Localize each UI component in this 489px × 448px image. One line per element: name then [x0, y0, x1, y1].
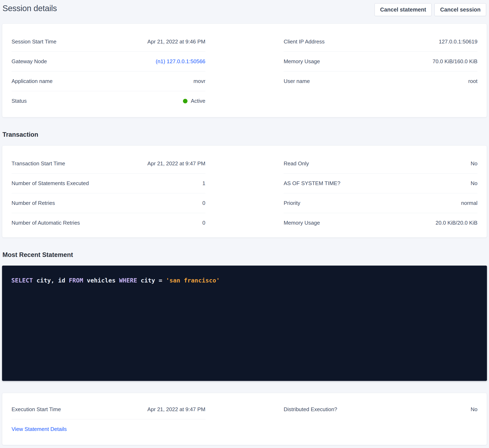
- statement-section-heading: Most Recent Statement: [2, 251, 489, 259]
- session-summary-card: Session Start Time Apr 21, 2022 at 9:46 …: [2, 24, 487, 117]
- status-value: Active: [183, 98, 205, 104]
- statements-executed-value: 1: [202, 180, 205, 187]
- session-summary-left-column: Session Start Time Apr 21, 2022 at 9:46 …: [12, 32, 205, 111]
- as-of-system-time-label: AS OF SYSTEM TIME?: [284, 180, 340, 187]
- transaction-memory-usage-label: Memory Usage: [284, 220, 320, 226]
- sql-statement-box: SELECT city, id FROM vehicles WHERE city…: [2, 265, 487, 381]
- transaction-start-time-row: Transaction Start Time Apr 21, 2022 at 9…: [12, 154, 205, 174]
- transaction-memory-usage-row: Memory Usage 20.0 KiB/20.0 KiB: [284, 213, 477, 233]
- session-memory-usage-value: 70.0 KiB/160.0 KiB: [433, 58, 477, 65]
- page-header: Session details Cancel statement Cancel …: [0, 0, 489, 18]
- automatic-retries-value: 0: [202, 220, 205, 226]
- priority-value: normal: [461, 200, 477, 206]
- cancel-session-button[interactable]: Cancel session: [434, 3, 486, 16]
- transaction-memory-usage-value: 20.0 KiB/20.0 KiB: [435, 220, 477, 226]
- read-only-row: Read Only No: [284, 154, 477, 174]
- session-memory-usage-label: Memory Usage: [284, 58, 320, 65]
- retries-value: 0: [202, 200, 205, 206]
- transaction-right-column: Read Only No AS OF SYSTEM TIME? No Prior…: [284, 154, 477, 233]
- sql-keyword: WHERE: [119, 277, 137, 284]
- execution-left-column: Execution Start Time Apr 21, 2022 at 9:4…: [12, 400, 205, 439]
- retries-row: Number of Retries 0: [12, 193, 205, 213]
- automatic-retries-label: Number of Automatic Retries: [12, 220, 80, 226]
- session-summary-right-column: Client IP Address 127.0.0.1:50619 Memory…: [284, 32, 477, 111]
- execution-start-time-value: Apr 21, 2022 at 9:47 PM: [147, 406, 205, 413]
- header-actions: Cancel statement Cancel session: [375, 3, 486, 16]
- status-active-text: Active: [191, 98, 205, 104]
- user-name-label: User name: [284, 78, 310, 84]
- page-title: Session details: [2, 4, 57, 13]
- transaction-start-time-value: Apr 21, 2022 at 9:47 PM: [147, 160, 205, 167]
- transaction-section-heading: Transaction: [2, 131, 489, 139]
- cancel-statement-button[interactable]: Cancel statement: [375, 3, 432, 16]
- client-ip-label: Client IP Address: [284, 39, 325, 45]
- user-name-row: User name root: [284, 71, 477, 91]
- status-row: Status Active: [12, 91, 205, 111]
- gateway-node-label: Gateway Node: [12, 58, 47, 65]
- gateway-node-row: Gateway Node (n1) 127.0.0.1:50566: [12, 52, 205, 71]
- retries-label: Number of Retries: [12, 200, 55, 206]
- client-ip-value: 127.0.0.1:50619: [439, 39, 477, 45]
- as-of-system-time-value: No: [471, 180, 477, 187]
- execution-start-time-row: Execution Start Time Apr 21, 2022 at 9:4…: [12, 400, 205, 419]
- sql-keyword: FROM: [69, 277, 83, 284]
- distributed-execution-value: No: [471, 406, 477, 413]
- read-only-label: Read Only: [284, 160, 309, 167]
- status-label: Status: [12, 98, 27, 104]
- status-active-icon: [183, 99, 187, 103]
- user-name-value: root: [468, 78, 477, 84]
- priority-label: Priority: [284, 200, 300, 206]
- application-name-value: movr: [194, 78, 205, 84]
- application-name-row: Application name movr: [12, 71, 205, 91]
- execution-right-column: Distributed Execution? No: [284, 400, 477, 439]
- sql-text: city, id: [33, 277, 69, 284]
- distributed-execution-label: Distributed Execution?: [284, 406, 337, 413]
- sql-text: city =: [137, 277, 166, 284]
- transaction-left-column: Transaction Start Time Apr 21, 2022 at 9…: [12, 154, 205, 233]
- sql-keyword: SELECT: [11, 277, 33, 284]
- sql-text: vehicles: [83, 277, 119, 284]
- view-statement-details-link[interactable]: View Statement Details: [12, 426, 67, 432]
- view-statement-details-row: View Statement Details: [12, 419, 205, 439]
- client-ip-row: Client IP Address 127.0.0.1:50619: [284, 32, 477, 52]
- priority-row: Priority normal: [284, 193, 477, 213]
- sql-statement-text: SELECT city, id FROM vehicles WHERE city…: [11, 276, 478, 284]
- gateway-node-link[interactable]: (n1) 127.0.0.1:50566: [155, 58, 205, 65]
- session-details-page: Session details Cancel statement Cancel …: [0, 0, 489, 448]
- distributed-execution-row: Distributed Execution? No: [284, 400, 477, 419]
- session-memory-usage-row: Memory Usage 70.0 KiB/160.0 KiB: [284, 52, 477, 71]
- statements-executed-label: Number of Statements Executed: [12, 180, 89, 187]
- statement-execution-card: Execution Start Time Apr 21, 2022 at 9:4…: [2, 393, 487, 445]
- transaction-start-time-label: Transaction Start Time: [12, 160, 65, 167]
- session-start-time-label: Session Start Time: [12, 39, 56, 45]
- sql-string: 'san francisco': [166, 277, 220, 284]
- read-only-value: No: [471, 160, 477, 167]
- session-start-time-value: Apr 21, 2022 at 9:46 PM: [147, 39, 205, 45]
- application-name-label: Application name: [12, 78, 52, 84]
- execution-start-time-label: Execution Start Time: [12, 406, 61, 413]
- statements-executed-row: Number of Statements Executed 1: [12, 174, 205, 193]
- session-start-time-row: Session Start Time Apr 21, 2022 at 9:46 …: [12, 32, 205, 52]
- as-of-system-time-row: AS OF SYSTEM TIME? No: [284, 174, 477, 193]
- transaction-card: Transaction Start Time Apr 21, 2022 at 9…: [2, 145, 487, 238]
- automatic-retries-row: Number of Automatic Retries 0: [12, 213, 205, 233]
